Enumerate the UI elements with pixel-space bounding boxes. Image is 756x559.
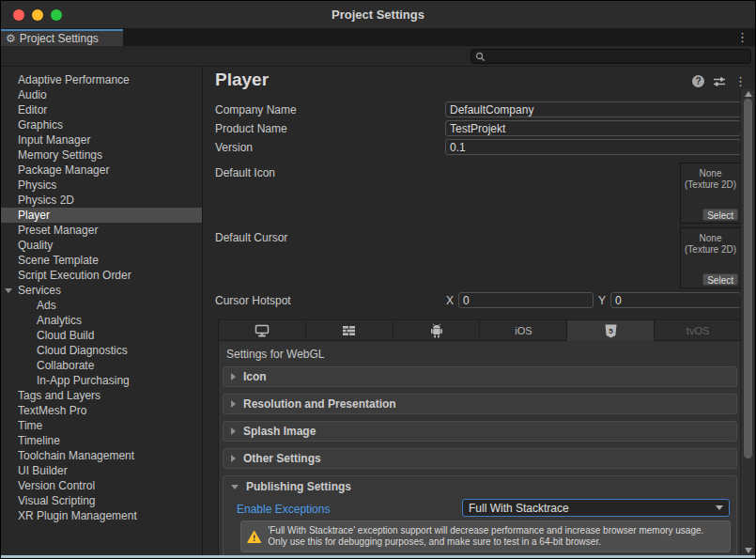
foldout-expanded-icon[interactable] [5, 288, 12, 293]
hotspot-y-label: Y [598, 294, 606, 307]
sidebar-item-cloud-build[interactable]: Cloud Build [1, 328, 202, 343]
sidebar-item-adaptive-performance[interactable]: Adaptive Performance [1, 72, 202, 87]
platform-tab-android[interactable] [393, 320, 481, 341]
sidebar-item-textmesh-pro[interactable]: TextMesh Pro [1, 403, 202, 418]
sidebar-item-audio[interactable]: Audio [1, 87, 202, 102]
section-splash-image[interactable]: Splash Image [223, 421, 737, 442]
sidebar-item-tags-and-layers[interactable]: Tags and Layers [1, 388, 202, 403]
panel-menu-icon[interactable]: ⋮ [734, 75, 747, 87]
hotspot-x-label: X [446, 294, 454, 307]
scroll-down-icon[interactable] [745, 548, 752, 553]
version-field[interactable] [445, 139, 741, 155]
platform-tab-ios[interactable]: iOS [480, 320, 567, 341]
sidebar-item-label: Ads [37, 299, 56, 312]
enable-exceptions-label: Enable Exceptions [237, 503, 330, 516]
settings-category-sidebar: Adaptive PerformanceAudioEditorGraphicsI… [1, 67, 203, 558]
platform-tab-dedicated-server[interactable] [306, 320, 393, 341]
sidebar-item-input-manager[interactable]: Input Manager [1, 132, 202, 148]
sidebar-item-version-control[interactable]: Version Control [1, 478, 202, 493]
sidebar-item-physics[interactable]: Physics [1, 178, 202, 193]
sidebar-item-package-manager[interactable]: Package Manager [1, 163, 202, 178]
platform-settings-box: iOS5tvOS Settings for WebGL IconResoluti… [218, 319, 742, 559]
sidebar-item-label: Cloud Diagnostics [37, 344, 128, 357]
product-name-field[interactable] [445, 120, 741, 136]
search-row [1, 46, 755, 67]
sidebar-item-services[interactable]: Services [1, 283, 202, 298]
scroll-up-icon[interactable] [745, 91, 752, 97]
section-label: Other Settings [243, 452, 321, 465]
sidebar-item-scene-template[interactable]: Scene Template [1, 253, 202, 268]
tab-bar-menu-icon[interactable]: ⋮ [736, 31, 748, 43]
platform-tab-label: iOS [515, 325, 532, 336]
sidebar-item-ui-builder[interactable]: UI Builder [1, 463, 202, 478]
default-icon-none-text: None (Texture 2D) [681, 168, 740, 191]
sidebar-item-label: Script Execution Order [18, 269, 131, 282]
foldout-expanded-icon [231, 485, 239, 489]
sidebar-item-in-app-purchasing[interactable]: In-App Purchasing [1, 373, 202, 388]
platform-tab-webgl[interactable]: 5 [567, 320, 655, 341]
sidebar-item-editor[interactable]: Editor [1, 102, 202, 117]
window-titlebar[interactable]: Project Settings [1, 1, 755, 29]
section-publishing-settings: Publishing Settings Enable Exceptions Fu… [223, 475, 737, 559]
zoom-window-button[interactable] [51, 9, 62, 21]
minimize-window-button[interactable] [32, 9, 43, 21]
sidebar-item-label: Quality [18, 239, 53, 252]
sidebar-item-collaborate[interactable]: Collaborate [1, 358, 202, 373]
window-bottom-edge [1, 555, 755, 558]
sidebar-item-label: Physics 2D [18, 194, 74, 207]
player-settings-panel: Player ? ⋮ Company Name Product Name Ver… [204, 67, 754, 558]
panel-header-icons: ? ⋮ [692, 75, 747, 87]
sidebar-item-label: Preset Manager [18, 224, 98, 237]
vertical-scrollbar[interactable] [740, 89, 754, 555]
presets-icon[interactable] [713, 76, 726, 87]
foldout-collapsed-icon [231, 373, 236, 380]
sidebar-item-time[interactable]: Time [1, 418, 202, 433]
default-cursor-label: Default Cursor [215, 231, 287, 244]
publishing-settings-header[interactable]: Publishing Settings [224, 476, 736, 497]
sidebar-item-label: Package Manager [18, 163, 109, 177]
sidebar-item-xr-plugin-management[interactable]: XR Plugin Management [1, 508, 202, 523]
sidebar-item-label: Services [18, 284, 61, 297]
sidebar-item-quality[interactable]: Quality [1, 238, 202, 253]
sidebar-item-toolchain-management[interactable]: Toolchain Management [1, 448, 202, 463]
sidebar-item-memory-settings[interactable]: Memory Settings [1, 148, 202, 163]
platform-tab-standalone[interactable] [219, 320, 306, 341]
sidebar-item-physics-2d[interactable]: Physics 2D [1, 193, 202, 208]
sidebar-item-label: Analytics [37, 314, 82, 327]
select-button[interactable]: Select [702, 209, 738, 221]
company-name-field[interactable] [445, 101, 741, 117]
default-cursor-object-field[interactable]: None (Texture 2D) Select [680, 227, 741, 288]
default-icon-object-field[interactable]: None (Texture 2D) Select [680, 163, 741, 224]
sidebar-item-ads[interactable]: Ads [1, 298, 202, 313]
hotspot-x-field[interactable] [458, 292, 594, 308]
sidebar-item-script-execution-order[interactable]: Script Execution Order [1, 268, 202, 283]
foldout-collapsed-icon [231, 427, 236, 435]
search-input[interactable] [488, 51, 747, 62]
enable-exceptions-dropdown[interactable]: Full With Stacktrace [462, 499, 730, 517]
section-icon[interactable]: Icon [223, 366, 737, 387]
scrollbar-thumb[interactable] [744, 99, 752, 458]
tab-project-settings[interactable]: ⚙ Project Settings [1, 29, 123, 46]
search-icon [475, 52, 486, 62]
help-icon[interactable]: ? [692, 75, 704, 87]
close-window-button[interactable] [13, 9, 24, 21]
sidebar-item-cloud-diagnostics[interactable]: Cloud Diagnostics [1, 343, 202, 358]
sidebar-item-player[interactable]: Player [1, 208, 202, 223]
sidebar-item-label: Scene Template [18, 254, 99, 267]
search-field[interactable] [471, 49, 751, 64]
chevron-down-icon [716, 505, 723, 510]
section-resolution-and-presentation[interactable]: Resolution and Presentation [223, 394, 737, 414]
warning-icon [247, 526, 261, 548]
sidebar-item-analytics[interactable]: Analytics [1, 313, 202, 328]
page-title: Player [215, 70, 269, 90]
sidebar-item-timeline[interactable]: Timeline [1, 433, 202, 448]
sidebar-item-graphics[interactable]: Graphics [1, 117, 202, 132]
default-icon-label: Default Icon [215, 166, 275, 179]
html5-icon: 5 [605, 324, 617, 338]
sidebar-item-preset-manager[interactable]: Preset Manager [1, 223, 202, 238]
select-button[interactable]: Select [702, 273, 738, 286]
hotspot-y-field[interactable] [610, 292, 741, 308]
section-other-settings[interactable]: Other Settings [223, 448, 737, 469]
sidebar-item-visual-scripting[interactable]: Visual Scripting [1, 493, 202, 508]
section-label: Splash Image [243, 425, 316, 438]
